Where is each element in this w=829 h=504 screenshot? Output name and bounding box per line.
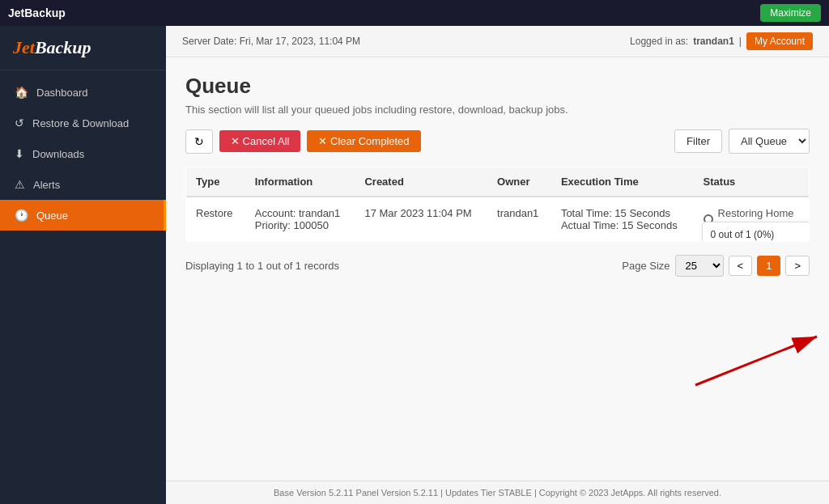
logo-jet: Jet xyxy=(13,37,35,57)
cell-created: 17 Mar 2023 11:04 PM xyxy=(355,197,487,242)
restore-icon: ↺ xyxy=(15,116,24,129)
col-owner: Owner xyxy=(487,167,551,197)
sidebar-item-restore-download[interactable]: ↺ Restore & Download xyxy=(0,108,166,138)
record-count: Displaying 1 to 1 out of 1 records xyxy=(185,260,339,272)
filter-button[interactable]: Filter xyxy=(674,129,722,153)
main-content: Queue This section will list all your qu… xyxy=(166,57,829,481)
queue-table: Type Information Created Owner Execution… xyxy=(185,167,810,242)
cell-status: Restoring Home Directory files 0 out of … xyxy=(694,197,810,242)
table-header-row: Type Information Created Owner Execution… xyxy=(186,167,810,197)
page-size-label: Page Size xyxy=(622,260,670,272)
toolbar: ↻ ✕ Cancel All ✕ Clear Completed Filter … xyxy=(185,129,810,154)
tooltip-progress: 0 out of 1 (0%) xyxy=(711,229,810,240)
sidebar-item-alerts-label: Alerts xyxy=(33,179,60,191)
content-wrapper: Server Date: Fri, Mar 17, 2023, 11:04 PM… xyxy=(166,26,829,504)
toolbar-right: Filter All Queue xyxy=(674,129,810,154)
titlebar: JetBackup Maximize xyxy=(0,0,829,26)
table-wrapper: Type Information Created Owner Execution… xyxy=(185,167,810,242)
current-page-button[interactable]: 1 xyxy=(757,256,780,276)
sidebar-item-queue[interactable]: 🕐 Queue xyxy=(0,200,166,231)
app-title: JetBackup xyxy=(8,6,66,19)
status-tooltip: 0 out of 1 (0%) State changed at 17 Mar … xyxy=(702,222,810,242)
sidebar-nav: 🏠 Dashboard ↺ Restore & Download ⬇ Downl… xyxy=(0,70,166,504)
queue-icon: 🕐 xyxy=(15,209,28,222)
topbar: Server Date: Fri, Mar 17, 2023, 11:04 PM… xyxy=(166,26,829,57)
sidebar-item-dashboard[interactable]: 🏠 Dashboard xyxy=(0,77,166,108)
page-size-select[interactable]: 25 10 50 100 xyxy=(675,255,724,277)
sidebar-item-alerts[interactable]: ⚠ Alerts xyxy=(0,169,166,200)
logo-backup: Backup xyxy=(35,37,91,57)
sidebar-item-downloads[interactable]: ⬇ Downloads xyxy=(0,138,166,169)
app-layout: JetBackup 🏠 Dashboard ↺ Restore & Downlo… xyxy=(0,26,829,504)
col-information: Information xyxy=(245,167,355,197)
page-description: This section will list all your queued j… xyxy=(185,104,810,116)
footer-text: Base Version 5.2.11 Panel Version 5.2.11… xyxy=(274,488,721,498)
exec-time-line1: Total Time: 15 Seconds xyxy=(561,207,684,219)
topbar-separator: | xyxy=(739,36,742,47)
table-row: Restore Account: trandan1 Priority: 1000… xyxy=(186,197,810,242)
sidebar: JetBackup 🏠 Dashboard ↺ Restore & Downlo… xyxy=(0,26,166,504)
sidebar-item-restore-label: Restore & Download xyxy=(32,117,129,129)
logged-in-as-label: Logged in as: xyxy=(630,36,688,47)
toolbar-left: ↻ ✕ Cancel All ✕ Clear Completed xyxy=(185,129,421,154)
col-status: Status xyxy=(694,167,810,197)
exec-time-line2: Actual Time: 15 Seconds xyxy=(561,219,684,231)
svg-line-1 xyxy=(695,337,817,385)
col-created: Created xyxy=(355,167,487,197)
sidebar-item-dashboard-label: Dashboard xyxy=(36,87,88,99)
alerts-icon: ⚠ xyxy=(15,178,25,191)
clear-completed-button[interactable]: ✕ Clear Completed xyxy=(307,130,420,152)
downloads-icon: ⬇ xyxy=(15,147,24,160)
my-account-button[interactable]: My Account xyxy=(746,32,813,50)
cell-execution-time: Total Time: 15 Seconds Actual Time: 15 S… xyxy=(551,197,694,242)
server-date: Server Date: Fri, Mar 17, 2023, 11:04 PM xyxy=(182,36,360,47)
maximize-button[interactable]: Maximize xyxy=(760,4,821,22)
next-page-button[interactable]: > xyxy=(785,256,810,276)
info-line1: Account: trandan1 xyxy=(255,207,346,219)
info-line2: Priority: 100050 xyxy=(255,219,346,231)
col-execution-time: Execution Time xyxy=(551,167,694,197)
refresh-button[interactable]: ↻ xyxy=(185,129,213,154)
annotation-arrow xyxy=(671,328,829,393)
page-title: Queue xyxy=(185,74,810,99)
cancel-all-button[interactable]: ✕ Cancel All xyxy=(219,130,300,152)
topbar-right: Logged in as: trandan1 | My Account xyxy=(630,32,813,50)
col-type: Type xyxy=(186,167,245,197)
cell-information: Account: trandan1 Priority: 100050 xyxy=(245,197,355,242)
logged-in-username: trandan1 xyxy=(693,36,734,47)
pagination: Displaying 1 to 1 out of 1 records Page … xyxy=(185,255,810,277)
footer: Base Version 5.2.11 Panel Version 5.2.11… xyxy=(166,481,829,504)
cell-type: Restore xyxy=(186,197,245,242)
sidebar-logo: JetBackup xyxy=(0,26,166,70)
dashboard-icon: 🏠 xyxy=(15,86,28,99)
sidebar-item-queue-label: Queue xyxy=(36,210,68,222)
cell-owner: trandan1 xyxy=(487,197,551,242)
sidebar-item-downloads-label: Downloads xyxy=(32,148,84,160)
prev-page-button[interactable]: < xyxy=(729,256,753,276)
queue-filter-select[interactable]: All Queue xyxy=(729,129,810,154)
